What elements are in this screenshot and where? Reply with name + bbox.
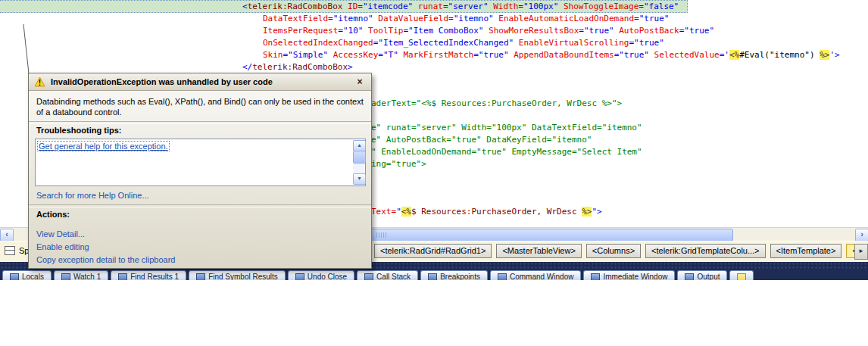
bottom-panel-tab[interactable]: Find Symbol Results [189, 270, 286, 280]
panel-tab-icon [118, 273, 127, 280]
tips-scrollbar: ▲ ▼ [353, 140, 364, 185]
scrollbar-grip [376, 232, 386, 238]
bottom-panel-tab[interactable]: Command Window [490, 270, 581, 280]
panel-tab-label: Call Stack [376, 273, 411, 280]
breadcrumb-tag[interactable]: <Columns> [586, 244, 641, 258]
search-help-online-link[interactable]: Search for more Help Online... [36, 191, 149, 200]
panel-tab-icon [428, 273, 437, 280]
action-link[interactable]: Enable editing [36, 242, 89, 251]
vs-editor-window: <telerik:RadComboBox ID="itemcode" runat… [0, 0, 868, 346]
scroll-right-button[interactable]: › [855, 229, 868, 242]
troubleshooting-tips-list: Get general help for this exception. ▲ ▼ [35, 139, 366, 186]
action-link[interactable]: View Detail... [36, 229, 85, 238]
bottom-panel-tab[interactable]: Immediate Window [583, 270, 675, 280]
panel-tab-icon [196, 273, 205, 280]
breadcrumb-overflow-button[interactable]: ► [854, 244, 868, 260]
bottom-panel-tab[interactable]: Watch 1 [54, 270, 108, 280]
breadcrumb-tag[interactable]: <MasterTableView> [496, 244, 581, 258]
divider [29, 204, 371, 207]
panel-tab-icon [61, 273, 70, 280]
exception-callout-line [20, 21, 32, 79]
bottom-panel-tab[interactable] [729, 270, 754, 280]
panel-tab-icon [498, 273, 507, 280]
scroll-left-button[interactable]: ‹ [0, 229, 14, 242]
scrollbar-thumb[interactable] [353, 151, 366, 164]
split-view-icon [5, 246, 15, 255]
panel-tab-label: Immediate Window [603, 273, 667, 280]
code-line: e" runat="server" Width="100px" DataText… [371, 122, 642, 134]
exception-dialog-titlebar: ! InvalidOperationException was unhandle… [29, 73, 371, 91]
code-line: e" AutoPostBack="true" DataKeyField="ite… [371, 134, 592, 146]
panel-tab-icon [591, 273, 600, 280]
scroll-up-icon[interactable]: ▲ [353, 140, 366, 151]
panel-tab-label: Breakpoints [440, 273, 480, 280]
troubleshooting-heading: Troubleshooting tips: [36, 126, 121, 135]
breadcrumb-tag[interactable]: <telerik:RadGrid#RadGrid1> [374, 244, 492, 258]
breadcrumb: <telerik:RadGrid#RadGrid1><MasterTableVi… [374, 244, 868, 258]
panel-tab-icon [10, 273, 19, 280]
code-line: Skin="Simple" AccessKey="T" MarkFirstMat… [263, 49, 840, 61]
code-line: ing="true"> [371, 158, 426, 170]
code-line: DataTextField="itemno" DataValueField="i… [263, 13, 669, 25]
actions-heading: Actions: [36, 210, 70, 219]
panel-tab-icon [295, 273, 304, 280]
code-line: " EnableLoadOnDemand="true" EmptyMessage… [371, 146, 642, 158]
panel-tab-label: Output [697, 273, 720, 280]
scroll-down-icon[interactable]: ▼ [353, 173, 366, 185]
panel-tab-icon [737, 273, 746, 280]
code-line: </telerik:RadComboBox> [242, 61, 353, 73]
breadcrumb-tag[interactable]: <ItemTemplate> [770, 244, 842, 258]
code-line: aderText="<%$ Resources:PurchaseOrder, W… [371, 98, 622, 110]
svg-text:!: ! [39, 79, 41, 87]
bottom-panel-tab[interactable]: Locals [2, 270, 52, 280]
bottom-panel-tab[interactable]: Call Stack [357, 270, 418, 280]
panel-tab-label: Find Results 1 [130, 273, 179, 280]
exception-message: Databinding methods such as Eval(), XPat… [36, 96, 367, 117]
panel-tab-label: Watch 1 [73, 273, 101, 280]
code-line: ItemsPerRequest="10" ToolTip="Item Combo… [263, 25, 714, 37]
tips-items: Get general help for this exception. [36, 139, 352, 151]
bottom-panel-tab[interactable]: Breakpoints [420, 270, 488, 280]
bottom-panel-tab[interactable]: Find Results 1 [111, 270, 186, 280]
breadcrumb-tag[interactable]: <telerik:GridTemplateColu...> [645, 244, 765, 258]
panel-tab-label: Locals [22, 273, 44, 280]
tip-link[interactable]: Get general help for this exception. [37, 141, 170, 151]
warning-icon: ! [34, 76, 45, 87]
action-link[interactable]: Copy exception detail to the clipboard [36, 255, 175, 264]
bottom-panel-tab[interactable]: Undo Close [288, 270, 354, 280]
code-line: Text="<%$ Resources:PurchaseOrder, WrDes… [371, 206, 602, 218]
split-view-button[interactable]: Spl [5, 246, 31, 255]
panel-tab-icon [364, 273, 373, 280]
panel-tab-icon [685, 273, 694, 280]
code-line: <telerik:RadComboBox ID="itemcode" runat… [242, 1, 679, 13]
exception-dialog: ! InvalidOperationException was unhandle… [28, 73, 372, 269]
bottom-panel-tab[interactable]: Output [677, 270, 727, 280]
code-line: OnSelectedIndexChanged="Item_SelectedInd… [263, 37, 664, 49]
bottom-panel-tabs: LocalsWatch 1Find Results 1Find Symbol R… [0, 270, 868, 280]
panel-tab-label: Command Window [510, 273, 573, 280]
panel-tab-label: Undo Close [308, 273, 347, 280]
exception-dialog-title: InvalidOperationException was unhandled … [51, 77, 273, 86]
panel-tab-label: Find Symbol Results [208, 273, 278, 280]
close-icon[interactable]: × [354, 76, 366, 88]
divider [29, 121, 371, 124]
